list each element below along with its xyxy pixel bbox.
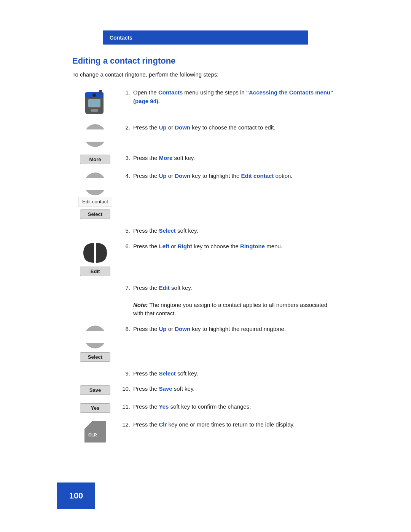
nav-up-key bbox=[84, 124, 106, 135]
step-number-8: 8. bbox=[118, 325, 133, 332]
nav-lr-container bbox=[83, 243, 107, 263]
more-softkey[interactable]: More bbox=[80, 155, 110, 164]
step-number-5: 5. bbox=[118, 227, 133, 234]
page-title: Editing a contact ringtone bbox=[72, 56, 339, 66]
step-number-3: 3. bbox=[118, 154, 133, 161]
svg-text:CLR: CLR bbox=[88, 433, 97, 437]
step-row-6: Edit 6. Press the Left or Right key to c… bbox=[72, 242, 339, 277]
contacts-link[interactable]: Contacts bbox=[158, 89, 183, 96]
step-icon-10: Save bbox=[72, 385, 118, 396]
edit-contact-ref: Edit contact bbox=[241, 173, 274, 179]
ringtone-menu-label: Ringtone bbox=[240, 243, 265, 249]
save-key-label: Save bbox=[159, 385, 172, 392]
up-key-label: Up bbox=[159, 124, 167, 131]
step-text-1: Open the Contacts menu using the steps i… bbox=[133, 88, 339, 105]
down-key-label: Down bbox=[175, 124, 190, 131]
svg-rect-10 bbox=[84, 136, 106, 142]
nav-right-key bbox=[96, 243, 107, 263]
right-key-label: Right bbox=[178, 243, 192, 249]
step-icon-11: Yes bbox=[72, 403, 118, 414]
svg-rect-18 bbox=[84, 338, 106, 343]
select-key-label-5: Select bbox=[159, 227, 176, 234]
step-icon-4: Edit contact Select bbox=[72, 172, 118, 220]
step-row-11: Yes 11. Press the Yes soft key to confir… bbox=[72, 403, 339, 414]
step-text-8: Press the Up or Down key to highlight th… bbox=[133, 325, 339, 334]
svg-marker-19 bbox=[84, 421, 106, 443]
step-row-9: 9. Press the Select soft key. bbox=[72, 369, 339, 378]
content-area: Editing a contact ringtone To change a c… bbox=[72, 45, 339, 449]
nav-left-key bbox=[83, 243, 94, 263]
svg-rect-12 bbox=[84, 178, 106, 183]
select-softkey-8[interactable]: Select bbox=[80, 352, 110, 362]
clr-key-icon: CLR bbox=[84, 421, 106, 443]
edit-softkey-6[interactable]: Edit bbox=[80, 267, 110, 276]
intro-text: To change a contact ringtone, perform th… bbox=[72, 71, 339, 78]
svg-rect-16 bbox=[84, 331, 106, 336]
step-number-9: 9. bbox=[118, 369, 133, 377]
svg-rect-2 bbox=[88, 99, 100, 107]
note-label: Note: bbox=[133, 302, 148, 308]
step-icon-1 bbox=[72, 88, 118, 117]
step-number-11: 11. bbox=[118, 403, 133, 410]
note-text: The ringtone you assign to a contact app… bbox=[133, 302, 327, 317]
steps-container: 1. Open the Contacts menu using the step… bbox=[72, 88, 339, 449]
nav-up-key-8 bbox=[84, 326, 106, 336]
step-icon-3: More bbox=[72, 154, 118, 165]
step-text-3: Press the More soft key. bbox=[133, 154, 339, 163]
left-key-label: Left bbox=[159, 243, 170, 249]
phone-icon bbox=[81, 89, 109, 117]
step-text-12: Press the Clr key one or more times to r… bbox=[133, 420, 339, 429]
page-number: 100 bbox=[69, 491, 83, 501]
header-bar: Contacts bbox=[103, 30, 308, 45]
step-row-1: 1. Open the Contacts menu using the step… bbox=[72, 88, 339, 117]
step-row-10: Save 10. Press the Save soft key. bbox=[72, 385, 339, 396]
up-key-label-8: Up bbox=[159, 326, 167, 332]
step-number-7: 7. bbox=[118, 284, 133, 291]
step-text-5: Press the Select soft key. bbox=[133, 227, 339, 235]
yes-softkey[interactable]: Yes bbox=[80, 403, 110, 413]
step-text-2: Press the Up or Down key to choose the c… bbox=[133, 123, 339, 132]
step-icon-5 bbox=[72, 227, 118, 227]
header-label: Contacts bbox=[110, 35, 132, 41]
step-text-4: Press the Up or Down key to highlight th… bbox=[133, 172, 339, 181]
more-key-label: More bbox=[159, 155, 173, 161]
nav-up-key-4 bbox=[84, 173, 106, 183]
up-key-label-4: Up bbox=[159, 173, 167, 179]
save-softkey[interactable]: Save bbox=[80, 385, 110, 395]
edit-contact-label: Edit contact bbox=[78, 197, 112, 206]
step-number-1: 1. bbox=[118, 88, 133, 96]
page-number-box: 100 bbox=[57, 482, 95, 509]
step-icon-8: Select bbox=[72, 325, 118, 363]
step-icon-12: CLR bbox=[72, 420, 118, 443]
step-row-7: 7. Press the Edit soft key. Note: The ri… bbox=[72, 284, 339, 318]
nav-down-key bbox=[84, 136, 106, 147]
select-key-label-9: Select bbox=[159, 370, 176, 377]
step-row-12: CLR 12. Press the Clr key one or more ti… bbox=[72, 420, 339, 443]
svg-point-5 bbox=[93, 94, 96, 96]
step-text-9: Press the Select soft key. bbox=[133, 369, 339, 378]
step-number-10: 10. bbox=[118, 385, 133, 392]
edit-key-label-7: Edit bbox=[159, 284, 170, 291]
step-row-2: 2. Press the Up or Down key to choose th… bbox=[72, 123, 339, 147]
step-row-8: Select 8. Press the Up or Down key to hi… bbox=[72, 325, 339, 363]
down-key-label-4: Down bbox=[175, 173, 190, 179]
nav-down-key-4 bbox=[84, 185, 106, 195]
svg-rect-3 bbox=[91, 109, 98, 112]
yes-key-label: Yes bbox=[159, 403, 169, 410]
step-text-10: Press the Save soft key. bbox=[133, 385, 339, 393]
clr-key-label: Clr bbox=[159, 421, 167, 428]
step-icon-2 bbox=[72, 123, 118, 147]
svg-rect-14 bbox=[84, 185, 106, 190]
step-text-6: Press the Left or Right key to choose th… bbox=[133, 242, 339, 251]
step-row-4: Edit contact Select 4. Press the Up or D… bbox=[72, 172, 339, 220]
step-text-7: Press the Edit soft key. Note: The ringt… bbox=[133, 284, 339, 318]
step-number-4: 4. bbox=[118, 172, 133, 179]
svg-rect-6 bbox=[99, 90, 102, 94]
step-row-5: 5. Press the Select soft key. bbox=[72, 227, 339, 235]
step-number-12: 12. bbox=[118, 420, 133, 428]
step-icon-9 bbox=[72, 369, 118, 370]
step-icon-6: Edit bbox=[72, 242, 118, 277]
select-softkey-4[interactable]: Select bbox=[80, 209, 110, 219]
down-key-label-8: Down bbox=[175, 326, 190, 332]
step-number-2: 2. bbox=[118, 123, 133, 131]
